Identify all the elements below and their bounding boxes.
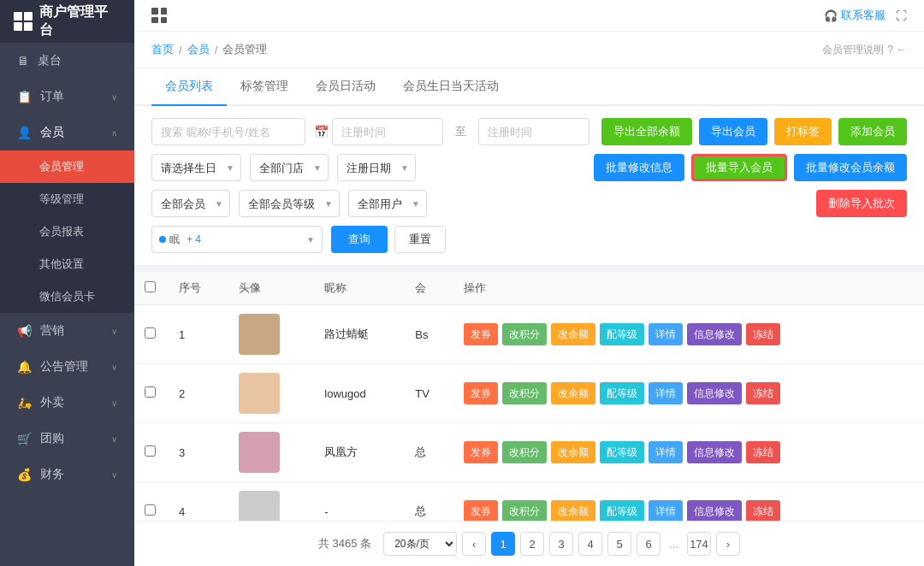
batch-edit-info-button[interactable]: 批量修改信息 xyxy=(594,154,684,181)
row-checkbox[interactable] xyxy=(145,386,156,398)
action-冻结-button[interactable]: 冻结 xyxy=(746,382,780,404)
delivery-chevron: ∨ xyxy=(111,398,117,408)
action-详情-button[interactable]: 详情 xyxy=(649,382,683,404)
sidebar-item-marketing[interactable]: 📢 营销 ∨ xyxy=(0,313,134,349)
action-配等级-button[interactable]: 配等级 xyxy=(600,500,644,521)
action-改余额-button[interactable]: 改余额 xyxy=(551,441,595,463)
tab-tag-management[interactable]: 标签管理 xyxy=(227,68,302,106)
export-all-button[interactable]: 导出全部余额 xyxy=(601,118,692,145)
col-nickname: 昵称 xyxy=(314,272,405,305)
action-冻结-button[interactable]: 冻结 xyxy=(746,441,780,463)
action-发券-button[interactable]: 发券 xyxy=(464,500,498,521)
query-button[interactable]: 查询 xyxy=(331,226,388,253)
prev-page-button[interactable]: ‹ xyxy=(462,532,486,556)
tags-select[interactable]: 眠 + 4 ▼ xyxy=(151,226,323,253)
date-type-select[interactable]: 注册日期 xyxy=(337,154,416,181)
breadcrumb-home[interactable]: 首页 xyxy=(151,42,174,57)
page-last-button[interactable]: 174 xyxy=(687,532,711,556)
page-4-button[interactable]: 4 xyxy=(578,532,602,556)
action-发券-button[interactable]: 发券 xyxy=(464,382,498,404)
batch-import-button[interactable]: 批量导入会员 xyxy=(691,154,787,181)
action-信息修改-button[interactable]: 信息修改 xyxy=(687,500,742,521)
delivery-icon: 🛵 xyxy=(17,396,32,410)
action-信息修改-button[interactable]: 信息修改 xyxy=(687,323,742,345)
action-冻结-button[interactable]: 冻结 xyxy=(746,323,780,345)
sidebar-label-group-buy: 团购 xyxy=(40,431,64,446)
delete-import-button[interactable]: 删除导入批次 xyxy=(816,190,907,217)
announcement-icon: 🔔 xyxy=(17,360,32,374)
breadcrumb-right[interactable]: 会员管理说明 ? ← xyxy=(822,43,907,57)
sidebar-label-wechat: 微信会员卡 xyxy=(39,290,95,303)
sidebar-item-member-management[interactable]: 会员管理 xyxy=(0,150,134,183)
action-详情-button[interactable]: 详情 xyxy=(649,323,683,345)
action-改余额-button[interactable]: 改余额 xyxy=(551,382,595,404)
action-详情-button[interactable]: 详情 xyxy=(649,441,683,463)
fullscreen-icon[interactable]: ⛶ xyxy=(896,9,907,22)
page-3-button[interactable]: 3 xyxy=(549,532,573,556)
tab-member-activities[interactable]: 会员日活动 xyxy=(302,68,389,106)
user-type-select[interactable]: 全部用户 xyxy=(348,190,427,217)
action-信息修改-button[interactable]: 信息修改 xyxy=(687,441,742,463)
member-type-select[interactable]: 全部会员 xyxy=(151,190,230,217)
tags-chevron-icon: ▼ xyxy=(306,235,315,245)
add-member-button[interactable]: 添加会员 xyxy=(838,118,907,145)
date-start-input[interactable] xyxy=(332,118,443,145)
action-改积分-button[interactable]: 改积分 xyxy=(502,500,547,521)
action-配等级-button[interactable]: 配等级 xyxy=(600,441,644,463)
store-select[interactable]: 全部门店 xyxy=(250,154,329,181)
sidebar-item-member[interactable]: 👤 会员 ∧ xyxy=(0,115,134,150)
row-checkbox[interactable] xyxy=(145,445,156,457)
batch-edit-balance-button[interactable]: 批量修改会员余额 xyxy=(794,154,907,181)
sidebar-item-wechat-card[interactable]: 微信会员卡 xyxy=(0,280,134,313)
action-发券-button[interactable]: 发券 xyxy=(464,441,498,463)
sidebar-item-member-report[interactable]: 会员报表 xyxy=(0,215,134,248)
search-input[interactable] xyxy=(151,118,305,145)
row-level: 总 xyxy=(405,482,453,521)
col-level: 会 xyxy=(405,272,453,305)
action-信息修改-button[interactable]: 信息修改 xyxy=(687,382,742,404)
support-link[interactable]: 🎧 联系客服 xyxy=(824,8,886,23)
action-详情-button[interactable]: 详情 xyxy=(649,500,683,521)
action-发券-button[interactable]: 发券 xyxy=(464,323,498,345)
action-改余额-button[interactable]: 改余额 xyxy=(551,323,595,345)
tab-member-list[interactable]: 会员列表 xyxy=(151,68,227,106)
action-改余额-button[interactable]: 改余额 xyxy=(551,500,595,521)
topbar: 🎧 联系客服 ⛶ xyxy=(134,0,924,32)
row-checkbox[interactable] xyxy=(145,327,156,339)
headphone-icon: 🎧 xyxy=(824,9,838,22)
select-all-checkbox[interactable] xyxy=(145,281,156,292)
back-icon[interactable]: ← xyxy=(897,44,907,56)
member-level-select[interactable]: 全部会员等级 xyxy=(239,190,340,217)
sidebar-item-level-management[interactable]: 等级管理 xyxy=(0,183,134,215)
action-改积分-button[interactable]: 改积分 xyxy=(502,441,547,463)
action-改积分-button[interactable]: 改积分 xyxy=(502,382,547,404)
sidebar-item-order[interactable]: 📋 订单 ∨ xyxy=(0,79,134,115)
sidebar-item-other-settings[interactable]: 其他设置 xyxy=(0,248,134,280)
sidebar-item-desk[interactable]: 🖥 桌台 xyxy=(0,43,134,79)
page-5-button[interactable]: 5 xyxy=(607,532,631,556)
action-冻结-button[interactable]: 冻结 xyxy=(746,500,780,521)
table-row: 2 lowugod TV 发券改积分改余额配等级详情信息修改冻结 xyxy=(134,364,924,423)
sidebar-item-group-buy[interactable]: 🛒 团购 ∨ xyxy=(0,421,134,457)
sidebar-item-announcement[interactable]: 🔔 公告管理 ∨ xyxy=(0,349,134,385)
row-actions: 发券改积分改余额配等级详情信息修改冻结 xyxy=(453,305,924,364)
page-1-button[interactable]: 1 xyxy=(491,532,515,556)
birthday-select[interactable]: 请选择生日 xyxy=(151,154,241,181)
action-配等级-button[interactable]: 配等级 xyxy=(600,382,644,404)
page-2-button[interactable]: 2 xyxy=(520,532,544,556)
date-end-input[interactable] xyxy=(478,118,589,145)
row-actions: 发券改积分改余额配等级详情信息修改冻结 xyxy=(453,364,924,423)
reset-button[interactable]: 重置 xyxy=(394,226,446,253)
breadcrumb-member[interactable]: 会员 xyxy=(187,42,210,57)
row-checkbox[interactable] xyxy=(145,504,156,516)
action-配等级-button[interactable]: 配等级 xyxy=(600,323,644,345)
tab-birthday-activities[interactable]: 会员生日当天活动 xyxy=(389,68,512,106)
page-6-button[interactable]: 6 xyxy=(637,532,660,556)
page-size-select[interactable]: 20条/页 50条/页 100条/页 xyxy=(383,532,457,556)
tag-button[interactable]: 打标签 xyxy=(774,118,832,145)
sidebar-item-delivery[interactable]: 🛵 外卖 ∨ xyxy=(0,385,134,421)
export-member-button[interactable]: 导出会员 xyxy=(699,118,767,145)
action-改积分-button[interactable]: 改积分 xyxy=(502,323,547,345)
next-page-button[interactable]: › xyxy=(716,532,740,556)
sidebar-item-finance[interactable]: 💰 财务 ∨ xyxy=(0,457,134,492)
